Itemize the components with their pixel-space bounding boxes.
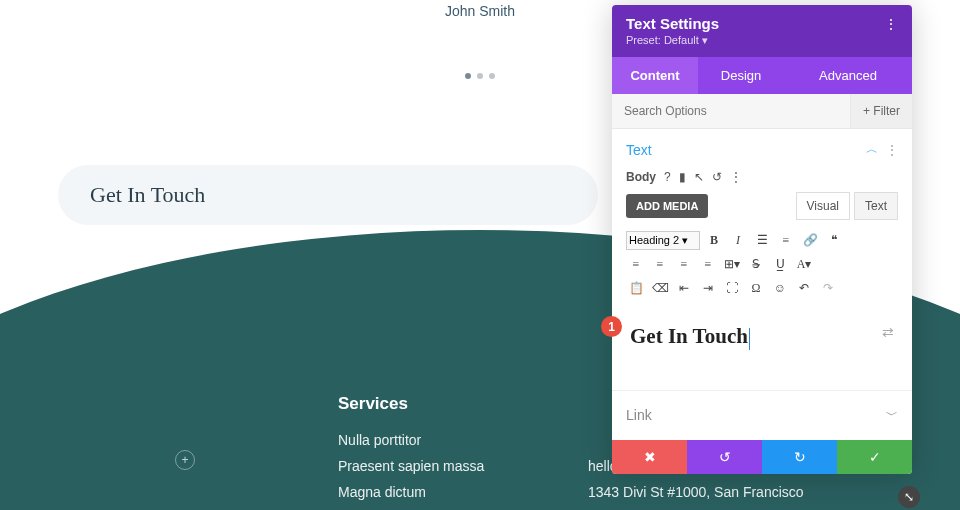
- redo-button[interactable]: ↷: [818, 278, 838, 298]
- undo-button[interactable]: ↶: [794, 278, 814, 298]
- editor-toolbar: Heading 2 ▾ B I ☰ ≡ 🔗 ❝ ≡ ≡ ≡ ≡ ⊞▾ S̶ U̲…: [612, 226, 912, 306]
- section-text-toggle[interactable]: Text ︿⋮: [612, 129, 912, 170]
- align-justify-button[interactable]: ≡: [698, 254, 718, 274]
- ul-button[interactable]: ☰: [752, 230, 772, 250]
- tab-advanced[interactable]: Advanced: [784, 57, 912, 94]
- tab-design[interactable]: Design: [698, 57, 784, 94]
- search-input[interactable]: [612, 94, 850, 128]
- filter-button[interactable]: + Filter: [850, 94, 912, 128]
- link-button[interactable]: 🔗: [800, 230, 820, 250]
- textcolor-button[interactable]: A▾: [794, 254, 814, 274]
- redo-button[interactable]: ↻: [762, 440, 837, 474]
- add-module-button[interactable]: +: [175, 450, 195, 470]
- more-icon[interactable]: ⋮: [884, 16, 898, 32]
- list-item[interactable]: Praesent sapien massa: [338, 458, 484, 474]
- align-right-button[interactable]: ≡: [674, 254, 694, 274]
- save-button[interactable]: ✓: [837, 440, 912, 474]
- visual-tab[interactable]: Visual: [796, 192, 850, 220]
- tabs: Content Design Advanced: [612, 57, 912, 94]
- media-row: ADD MEDIA Visual Text: [612, 192, 912, 226]
- align-center-button[interactable]: ≡: [650, 254, 670, 274]
- omega-button[interactable]: Ω: [746, 278, 766, 298]
- mobile-icon[interactable]: ▮: [679, 170, 686, 184]
- services-heading: Services: [338, 394, 484, 414]
- heading-select[interactable]: Heading 2 ▾: [626, 231, 700, 250]
- chevron-down-icon: ﹀: [886, 407, 898, 424]
- settings-panel: Text Settings ⋮ Preset: Default ▾ Conten…: [612, 5, 912, 474]
- underline-button[interactable]: U̲: [770, 254, 790, 274]
- align-left-button[interactable]: ≡: [626, 254, 646, 274]
- body-row: Body ? ▮ ↖ ↺ ⋮: [612, 170, 912, 192]
- add-media-button[interactable]: ADD MEDIA: [626, 194, 708, 218]
- italic-button[interactable]: I: [728, 230, 748, 250]
- section-label: Text: [626, 142, 652, 158]
- hover-icon[interactable]: ↖: [694, 170, 704, 184]
- dot-2[interactable]: [477, 73, 483, 79]
- preset-selector[interactable]: Preset: Default ▾: [626, 34, 898, 47]
- section-label: Link: [626, 407, 652, 423]
- bold-button[interactable]: B: [704, 230, 724, 250]
- dot-3[interactable]: [489, 73, 495, 79]
- cancel-button[interactable]: ✖: [612, 440, 687, 474]
- action-bar: ✖ ↺ ↻ ✓: [612, 440, 912, 474]
- ol-button[interactable]: ≡: [776, 230, 796, 250]
- strike-button[interactable]: S̶: [746, 254, 766, 274]
- indent-button[interactable]: ⇥: [698, 278, 718, 298]
- text-tab[interactable]: Text: [854, 192, 898, 220]
- help-icon[interactable]: ?: [664, 170, 671, 184]
- tab-content[interactable]: Content: [612, 57, 698, 94]
- fullscreen-button[interactable]: ⛶: [722, 278, 742, 298]
- editor-content: Get In Touch: [630, 324, 748, 348]
- clear-button[interactable]: ⌫: [650, 278, 670, 298]
- slider-dots: [465, 73, 495, 79]
- footer-services: Services Nulla porttitor Praesent sapien…: [338, 394, 484, 510]
- chevron-up-icon: ︿: [866, 141, 878, 158]
- undo-button[interactable]: ↺: [687, 440, 762, 474]
- editor-area[interactable]: Get In Touch ⇄: [626, 314, 898, 360]
- step-badge: 1: [601, 316, 622, 337]
- dot-1[interactable]: [465, 73, 471, 79]
- more-icon[interactable]: ⋮: [886, 143, 898, 157]
- reset-icon[interactable]: ↺: [712, 170, 722, 184]
- paste-button[interactable]: 📋: [626, 278, 646, 298]
- section-link-toggle[interactable]: Link ﹀: [612, 390, 912, 440]
- more-icon[interactable]: ⋮: [730, 170, 742, 184]
- quote-button[interactable]: ❝: [824, 230, 844, 250]
- panel-header[interactable]: Text Settings ⋮ Preset: Default ▾: [612, 5, 912, 57]
- search-row: + Filter: [612, 94, 912, 129]
- responsive-icon[interactable]: ⇄: [882, 324, 894, 340]
- resize-handle[interactable]: ⤡: [898, 486, 920, 508]
- list-item[interactable]: Magna dictum: [338, 484, 484, 500]
- heading-pill[interactable]: Get In Touch: [58, 165, 598, 225]
- table-button[interactable]: ⊞▾: [722, 254, 742, 274]
- list-item[interactable]: Nulla porttitor: [338, 432, 484, 448]
- body-label: Body: [626, 170, 656, 184]
- outdent-button[interactable]: ⇤: [674, 278, 694, 298]
- contact-address: 1343 Divi St #1000, San Francisco: [588, 484, 804, 500]
- panel-title: Text Settings: [626, 15, 719, 32]
- emoji-button[interactable]: ☺: [770, 278, 790, 298]
- author-name: John Smith: [445, 3, 515, 19]
